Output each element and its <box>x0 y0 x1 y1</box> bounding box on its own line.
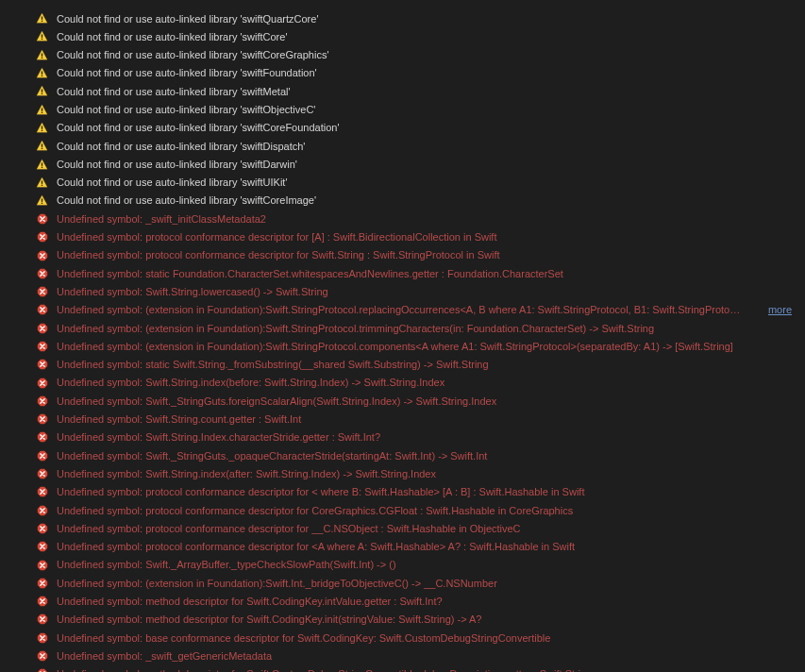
issue-row[interactable]: Undefined symbol: base conformance descr… <box>0 629 805 647</box>
issue-row[interactable]: Undefined symbol: method descriptor for … <box>0 611 805 629</box>
issue-text: Could not find or use auto-linked librar… <box>57 140 796 153</box>
issue-row[interactable]: Undefined symbol: Swift.String.count.get… <box>0 411 805 428</box>
issue-text: Undefined symbol: (extension in Foundati… <box>57 303 761 316</box>
issue-row[interactable]: Undefined symbol: (extension in Foundati… <box>0 337 805 355</box>
issue-row[interactable]: Undefined symbol: Swift.String.lowercase… <box>0 282 805 300</box>
svg-point-9 <box>42 93 43 95</box>
svg-rect-16 <box>42 162 42 166</box>
issue-text: Undefined symbol: Swift.String.index(bef… <box>57 376 796 389</box>
warning-icon <box>36 67 48 79</box>
svg-point-13 <box>42 129 43 131</box>
warning-icon <box>36 104 48 116</box>
warning-icon <box>36 85 48 97</box>
error-icon <box>36 504 48 516</box>
error-icon <box>36 286 48 298</box>
error-icon <box>36 413 48 426</box>
issue-row[interactable]: Could not find or use auto-linked librar… <box>0 155 805 173</box>
issue-row[interactable]: Undefined symbol: static Swift.String._f… <box>0 356 805 374</box>
issue-text: Could not find or use auto-linked librar… <box>57 121 796 134</box>
svg-point-15 <box>42 148 43 150</box>
issue-row[interactable]: Undefined symbol: _swift_getGenericMetad… <box>0 647 805 664</box>
issue-text: Undefined symbol: _swift_initClassMetada… <box>57 212 796 226</box>
issue-row[interactable]: Could not find or use auto-linked librar… <box>0 192 805 210</box>
issue-row[interactable]: Could not find or use auto-linked librar… <box>0 9 805 27</box>
issue-text: Undefined symbol: base conformance descr… <box>57 631 796 645</box>
svg-point-19 <box>42 184 43 186</box>
error-icon <box>36 559 48 571</box>
warning-icon <box>36 30 48 42</box>
svg-point-17 <box>42 166 43 168</box>
issue-row[interactable]: Could not find or use auto-linked librar… <box>0 174 805 192</box>
svg-rect-18 <box>42 180 42 184</box>
issue-row[interactable]: Undefined symbol: Swift.String.index(bef… <box>0 374 805 392</box>
issue-row[interactable]: Undefined symbol: Swift._StringGuts._opa… <box>0 446 805 464</box>
issue-text: Undefined symbol: protocol conformance d… <box>57 522 796 535</box>
issue-row[interactable]: Undefined symbol: method descriptor for … <box>0 665 805 672</box>
svg-point-1 <box>42 21 43 23</box>
issue-row[interactable]: Could not find or use auto-linked librar… <box>0 27 805 45</box>
error-icon <box>36 468 48 480</box>
issue-text: Undefined symbol: Swift._ArrayBuffer._ty… <box>57 558 796 571</box>
issue-row[interactable]: Could not find or use auto-linked librar… <box>0 46 805 64</box>
more-link[interactable]: more <box>768 303 792 316</box>
svg-rect-10 <box>42 108 42 111</box>
issue-text: Undefined symbol: protocol conformance d… <box>57 540 796 553</box>
issue-text: Undefined symbol: Swift.String.count.get… <box>57 412 796 426</box>
error-icon <box>36 486 48 498</box>
svg-rect-2 <box>42 35 42 39</box>
issue-row[interactable]: Could not find or use auto-linked librar… <box>0 64 805 82</box>
issue-text: Undefined symbol: static Foundation.Char… <box>57 267 796 280</box>
issue-row[interactable]: Undefined symbol: (extension in Foundati… <box>0 301 805 319</box>
error-icon <box>36 249 48 261</box>
error-icon <box>36 304 48 316</box>
svg-rect-4 <box>42 53 42 57</box>
issue-row[interactable]: Undefined symbol: static Foundation.Char… <box>0 264 805 282</box>
error-icon <box>36 650 48 663</box>
svg-point-5 <box>42 57 43 59</box>
svg-rect-20 <box>42 198 42 202</box>
issue-list: Could not find or use auto-linked librar… <box>0 4 805 672</box>
issue-text: Could not find or use auto-linked librar… <box>57 103 796 116</box>
issue-row[interactable]: Undefined symbol: protocol conformance d… <box>0 538 805 556</box>
issue-text: Could not find or use auto-linked librar… <box>57 85 796 98</box>
issue-row[interactable]: Undefined symbol: protocol conformance d… <box>0 483 805 501</box>
error-icon <box>36 395 48 407</box>
issue-text: Undefined symbol: Swift.String.lowercase… <box>57 285 796 298</box>
issue-row[interactable]: Undefined symbol: protocol conformance d… <box>0 501 805 519</box>
error-icon <box>36 541 48 553</box>
issue-row[interactable]: Could not find or use auto-linked librar… <box>0 82 805 100</box>
warning-icon <box>36 49 48 61</box>
error-icon <box>36 431 48 444</box>
issue-text: Undefined symbol: (extension in Foundati… <box>57 577 796 590</box>
issue-text: Undefined symbol: protocol conformance d… <box>57 485 796 498</box>
error-icon <box>36 522 48 534</box>
error-icon <box>36 631 48 644</box>
issue-row[interactable]: Could not find or use auto-linked librar… <box>0 137 805 155</box>
issue-text: Undefined symbol: Swift.String.index(aft… <box>57 467 796 480</box>
issue-row[interactable]: Undefined symbol: Swift._StringGuts.fore… <box>0 392 805 410</box>
error-icon <box>36 212 48 225</box>
issue-row[interactable]: Undefined symbol: Swift._ArrayBuffer._ty… <box>0 556 805 574</box>
error-icon <box>36 340 48 352</box>
svg-point-3 <box>42 39 43 41</box>
error-icon <box>36 668 48 672</box>
issue-row[interactable]: Undefined symbol: (extension in Foundati… <box>0 319 805 337</box>
error-icon <box>36 231 48 244</box>
issue-row[interactable]: Could not find or use auto-linked librar… <box>0 119 805 137</box>
error-icon <box>36 449 48 462</box>
issue-row[interactable]: Undefined symbol: _swift_initClassMetada… <box>0 210 805 227</box>
issue-text: Undefined symbol: method descriptor for … <box>57 613 796 626</box>
error-icon <box>36 377 48 389</box>
issue-row[interactable]: Undefined symbol: (extension in Foundati… <box>0 574 805 592</box>
issue-row[interactable]: Undefined symbol: protocol conformance d… <box>0 228 805 246</box>
issue-row[interactable]: Undefined symbol: protocol conformance d… <box>0 519 805 537</box>
issue-row[interactable]: Could not find or use auto-linked librar… <box>0 100 805 118</box>
issue-row[interactable]: Undefined symbol: Swift.String.index(aft… <box>0 464 805 482</box>
issue-row[interactable]: Undefined symbol: Swift.String.Index.cha… <box>0 428 805 446</box>
issue-row[interactable]: Undefined symbol: protocol conformance d… <box>0 246 805 264</box>
issue-text: Undefined symbol: _swift_getGenericMetad… <box>57 649 796 663</box>
issue-text: Could not find or use auto-linked librar… <box>57 176 796 189</box>
issue-row[interactable]: Undefined symbol: method descriptor for … <box>0 593 805 611</box>
error-icon <box>36 322 48 334</box>
error-icon <box>36 359 48 371</box>
